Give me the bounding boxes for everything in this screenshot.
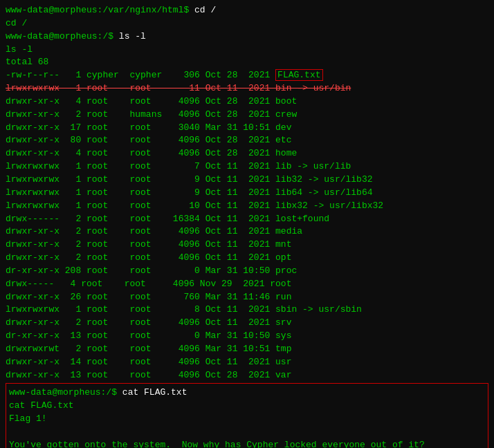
ls-boot: drwxr-xr-x 4 root root 4096 Oct 28 2021 … [6, 95, 488, 109]
flag-section: www-data@morpheus:/$ cat FLAG.txt cat FL… [6, 383, 488, 448]
ls-etc: drwxr-xr-x 80 root root 4096 Oct 28 2021… [6, 134, 488, 147]
ls-libx32: lrwxrwxrwx 1 root root 10 Oct 11 2021 li… [6, 200, 488, 213]
ls-media: drwxr-xr-x 2 root root 4096 Oct 11 2021 … [6, 225, 488, 239]
flag-txt-highlight: FLAG.txt [275, 69, 322, 81]
cat-prompt-line: www-data@morpheus:/$ cat FLAG.txt [9, 386, 485, 400]
ls-run: drwxr-xr-x 26 root root 760 Mar 31 11:46… [6, 291, 488, 304]
ls-proc: dr-xr-xr-x 208 root root 0 Mar 31 10:50 … [6, 265, 488, 278]
prompt-1: www-data@morpheus:/var/nginx/html$ [6, 5, 194, 15]
ls-tmp: drwxrwxrwt 2 root root 4096 Mar 31 10:51… [6, 343, 488, 356]
prompt-3: www-data@morpheus:/$ [9, 387, 122, 398]
ls-flag-line: -rw-r--r-- 1 cypher cypher 306 Oct 28 20… [6, 69, 488, 82]
ls-sbin: lrwxrwxrwx 1 root root 8 Oct 11 2021 sbi… [6, 304, 488, 317]
ls-lib32: lrwxrwxrwx 1 root root 9 Oct 11 2021 lib… [6, 174, 488, 187]
ls-crew: drwxr-xr-x 2 root humans 4096 Oct 28 202… [6, 109, 488, 122]
ls-lost-found: drwx------ 2 root root 16384 Oct 11 2021… [6, 213, 488, 226]
ls-mnt: drwxr-xr-x 2 root root 4096 Oct 11 2021 … [6, 239, 488, 252]
ls-dev: drwxr-xr-x 17 root root 3040 Mar 31 10:5… [6, 122, 488, 135]
ls-var: drwxr-xr-x 13 root root 4096 Oct 28 2021… [6, 369, 488, 382]
ls-usr: drwxr-xr-x 14 root root 4096 Oct 11 2021… [6, 356, 488, 369]
ls-sys: dr-xr-xr-x 13 root root 0 Mar 31 10:50 s… [6, 330, 488, 343]
flag-label: Flag 1! [9, 413, 485, 426]
ls-bin-line: lrwxrwxrwx 1 root root 11 Oct 11 2021 bi… [6, 82, 488, 95]
ls-root: drwx----- 4 root root 4096 Nov 29 2021 r… [6, 278, 488, 291]
ls-srv: drwxr-xr-x 2 root root 4096 Oct 11 2021 … [6, 317, 488, 330]
cmd-line-2: www-data@morpheus:/$ ls -l [6, 30, 488, 44]
cmd-cat: cat FLAG.txt [122, 387, 187, 398]
cmd-1: cd / [194, 5, 216, 15]
cmd-2: ls -l [119, 31, 146, 41]
cmd-line-1: www-data@morpheus:/var/nginx/html$ cd / [6, 4, 488, 17]
cat-output-1: cat FLAG.txt [9, 400, 485, 413]
ls-bin-text: lrwxrwxrwx 1 root root 11 Oct 11 2021 bi… [6, 83, 351, 93]
output-cd: cd / [6, 17, 488, 30]
prompt-2: www-data@morpheus:/$ [6, 31, 119, 41]
output-total: total 68 [6, 56, 488, 69]
ls-lib64: lrwxrwxrwx 1 root root 9 Oct 11 2021 lib… [6, 187, 488, 200]
ls-home: drwxr-xr-x 4 root root 4096 Oct 28 2021 … [6, 147, 488, 160]
output-ls-header: ls -l [6, 44, 488, 57]
flag-msg-1: You've gotten onto the system. Now why h… [9, 439, 485, 448]
blank-1 [9, 426, 485, 439]
ls-opt: drwxr-xr-x 2 root root 4096 Oct 11 2021 … [6, 252, 488, 265]
ls-lib: lrwxrwxrwx 1 root root 7 Oct 11 2021 lib… [6, 160, 488, 174]
terminal-window: www-data@morpheus:/var/nginx/html$ cd / … [6, 4, 488, 448]
